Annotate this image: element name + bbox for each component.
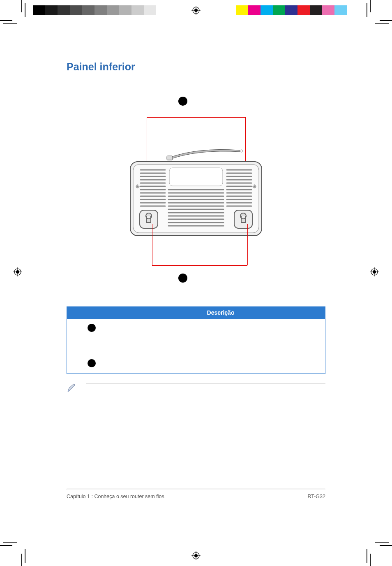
table-row xyxy=(67,319,325,354)
callout-line xyxy=(147,117,245,118)
trim-mark xyxy=(21,554,22,566)
callout-line xyxy=(152,224,152,265)
trim-mark xyxy=(0,20,12,21)
trim-mark xyxy=(370,554,371,566)
table-header-description: Descrição xyxy=(116,307,325,319)
item-marker-1 xyxy=(88,324,96,332)
registration-mark-icon xyxy=(191,551,201,560)
footer-rule xyxy=(67,489,325,489)
grayscale-calibration-bar xyxy=(33,5,168,15)
registration-mark-icon xyxy=(370,267,379,276)
callout-marker-2 xyxy=(178,274,187,283)
description-cell-1 xyxy=(116,319,325,354)
registration-mark-icon xyxy=(13,267,22,276)
svg-point-12 xyxy=(240,150,242,152)
trim-mark xyxy=(25,3,25,17)
trim-mark xyxy=(367,3,367,17)
note-content xyxy=(86,383,325,405)
pencil-note-icon xyxy=(67,383,76,394)
svg-rect-16 xyxy=(169,168,223,186)
trim-mark xyxy=(375,23,389,24)
callout-line xyxy=(247,224,248,265)
trim-mark xyxy=(3,23,17,24)
trim-mark xyxy=(380,545,392,546)
router-illustration xyxy=(124,145,268,240)
color-calibration-bar xyxy=(236,5,359,15)
callout-line xyxy=(152,265,247,266)
item-marker-2 xyxy=(88,359,96,367)
trim-mark xyxy=(3,542,17,543)
trim-mark xyxy=(380,20,392,21)
page-footer: Capítulo 1 : Conheça o seu router sem fi… xyxy=(67,494,325,499)
footer-model: RT-G32 xyxy=(307,494,325,499)
trim-mark xyxy=(0,545,12,546)
trim-mark xyxy=(370,0,371,12)
footer-chapter: Capítulo 1 : Conheça o seu router sem fi… xyxy=(67,494,164,499)
trim-mark xyxy=(375,542,389,543)
note-block xyxy=(67,383,325,405)
table-row xyxy=(67,354,325,374)
section-heading: Painel inferior xyxy=(67,61,325,73)
callout-marker-1 xyxy=(178,97,187,106)
trim-mark xyxy=(25,549,25,563)
description-cell-2 xyxy=(116,354,325,374)
trim-mark xyxy=(21,0,22,12)
registration-mark-icon xyxy=(191,6,201,15)
trim-mark xyxy=(367,549,367,563)
table-header-item xyxy=(67,307,116,319)
router-bottom-diagram xyxy=(67,97,325,286)
description-table: Descrição xyxy=(67,306,325,374)
svg-rect-13 xyxy=(167,156,173,160)
